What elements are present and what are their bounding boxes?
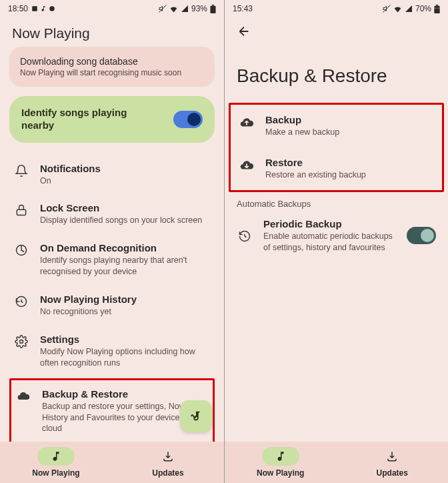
row-settings[interactable]: Settings Modify Now Playing options incl… [9, 326, 215, 377]
music-note-icon [262, 447, 299, 466]
row-history[interactable]: Now Playing History No recognitions yet [9, 286, 215, 326]
nav-now-playing[interactable]: Now Playing [225, 447, 337, 478]
cloud-upload-icon [239, 114, 255, 130]
nav-now-playing[interactable]: Now Playing [0, 447, 112, 478]
lock-icon [13, 202, 29, 217]
screen-now-playing: 18:50 93% Now Playing Downloading song d… [0, 0, 224, 483]
status-battery: 70% [415, 4, 431, 13]
signal-icon [181, 5, 189, 13]
download-icon [149, 447, 187, 466]
nav-updates[interactable]: Updates [112, 447, 224, 478]
bell-icon [13, 163, 29, 177]
fab-identify[interactable] [180, 400, 212, 432]
svg-rect-3 [210, 5, 215, 13]
signal-icon [405, 5, 413, 13]
row-notifications[interactable]: Notifications On [9, 155, 215, 195]
svg-point-7 [20, 340, 23, 343]
info-title: Downloading song database [20, 56, 204, 67]
row-backup[interactable]: Backup Make a new backup [231, 105, 442, 147]
cloud-icon [15, 388, 31, 403]
identify-toggle-card[interactable]: Identify songs playing nearby [9, 96, 215, 143]
wifi-icon [169, 5, 178, 13]
mute-icon [383, 5, 391, 13]
status-bar: 18:50 93% [0, 0, 224, 17]
status-time: 18:50 [8, 4, 28, 13]
gear-icon [13, 334, 29, 348]
svg-point-1 [49, 6, 55, 11]
nav-updates[interactable]: Updates [337, 447, 449, 478]
row-lock-screen[interactable]: Lock Screen Display identified songs on … [9, 194, 215, 234]
status-battery: 93% [191, 4, 207, 13]
row-on-demand[interactable]: On Demand Recognition Identify songs pla… [9, 234, 215, 286]
svg-rect-5 [17, 210, 25, 215]
cloud-download-icon [239, 157, 255, 173]
battery-icon [210, 5, 216, 13]
section-auto-backups: Automatic Backups [225, 192, 448, 210]
row-periodic-backup[interactable]: Periodic Backup Enable automatic periodi… [225, 210, 448, 262]
toggle-label: Identify songs playing nearby [21, 107, 128, 132]
status-bar: 15:43 70% [225, 0, 448, 17]
page-title: Now Playing [0, 17, 224, 47]
toggle-switch-on[interactable] [407, 227, 436, 244]
page-title: Backup & Restore [225, 39, 448, 103]
bottom-nav: Now Playing Updates [225, 442, 448, 483]
history-icon [13, 294, 29, 308]
download-icon [373, 447, 411, 466]
screen-backup-restore: 15:43 70% Backup & Restore Backup Make a… [224, 0, 448, 483]
status-app-icons [31, 5, 55, 12]
highlight-backup-options: Backup Make a new backup Restore Restore… [229, 103, 444, 192]
toggle-switch-on[interactable] [173, 111, 203, 128]
back-button[interactable] [237, 24, 436, 39]
history-icon [237, 228, 253, 243]
row-restore[interactable]: Restore Restore an existing backup [231, 147, 442, 190]
info-sub: Now Playing will start recognising music… [20, 68, 204, 77]
status-time: 15:43 [233, 4, 253, 13]
download-info-panel: Downloading song database Now Playing wi… [9, 47, 215, 87]
on-demand-icon [13, 242, 29, 257]
svg-rect-12 [436, 5, 438, 6]
svg-rect-14 [434, 8, 439, 13]
music-note-icon [37, 447, 75, 466]
battery-icon [434, 5, 440, 13]
svg-rect-0 [32, 6, 37, 11]
svg-rect-4 [212, 5, 214, 6]
mute-icon [159, 5, 167, 13]
wifi-icon [393, 5, 402, 13]
bottom-nav: Now Playing Updates [0, 442, 224, 483]
